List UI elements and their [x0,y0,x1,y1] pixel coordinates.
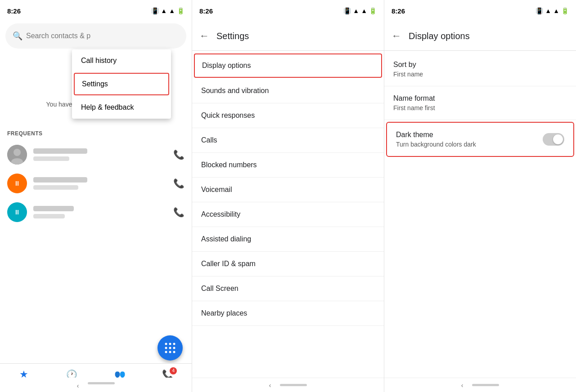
voicemail-badge: 4 [170,367,177,374]
contact-row-2[interactable]: II 📞 [0,169,192,198]
vibrate-icon: 📳 [151,7,159,14]
contact-name-blur-6 [33,214,65,218]
svg-point-3 [165,343,167,345]
gesture-bar-mid: ‹ [192,378,384,392]
status-icons-mid: 📳 ▲ ▲ 🔋 [343,7,377,14]
signal-icon-mid: ▲ [361,7,367,14]
right-panel: 8:26 📳 ▲ ▲ 🔋 ← Display options Sort by F… [384,0,576,392]
battery-icon-right: 🔋 [561,7,569,14]
dropdown-call-history[interactable]: Call history [72,49,171,72]
vibrate-icon-mid: 📳 [343,7,351,14]
time-left: 8:26 [7,7,21,15]
contact-name-blur-5 [33,206,74,211]
contact-name-blur-3 [33,177,87,183]
contact-row-3[interactable]: II 📞 [0,198,192,227]
signal-icon-right: ▲ [553,7,559,14]
back-arrow-mid[interactable]: ← [199,30,209,42]
wifi-icon: ▲ [161,7,167,14]
svg-point-5 [173,343,176,345]
dark-theme-text: Dark theme Turn background colors dark [396,131,543,148]
vibrate-icon-right: 📳 [536,7,543,14]
battery-icon: 🔋 [177,7,184,14]
dark-theme-option[interactable]: Dark theme Turn background colors dark [386,122,574,157]
sort-by-option[interactable]: Sort by First name [384,53,576,86]
contact-name-blur-1 [33,148,87,154]
status-icons-left: 📳 ▲ ▲ 🔋 [151,7,184,14]
settings-item-call-screen[interactable]: Call Screen [192,276,384,301]
home-gesture-right [472,384,499,386]
name-format-option[interactable]: Name format First name first [384,86,576,120]
gesture-bar-right: ‹ [384,378,576,392]
gesture-indicator-left: ‹ [0,379,192,392]
status-icons-right: 📳 ▲ ▲ 🔋 [536,7,569,14]
back-gesture-mid[interactable]: ‹ [269,382,271,389]
signal-icon: ▲ [169,7,175,14]
sort-by-label: Sort by [393,61,567,69]
contact-name-blur-2 [33,156,69,161]
settings-item-caller-id[interactable]: Caller ID & spam [192,252,384,276]
status-bar-right: 8:26 📳 ▲ ▲ 🔋 [384,0,576,22]
home-gesture-mid [280,384,307,386]
settings-item-accessibility[interactable]: Accessibility [192,202,384,227]
settings-item-voicemail[interactable]: Voicemail [192,178,384,202]
settings-item-assisted-dialing[interactable]: Assisted dialing [192,227,384,252]
search-bar[interactable]: 🔍 [5,23,186,49]
svg-point-8 [173,347,176,349]
settings-item-blocked-numbers[interactable]: Blocked numbers [192,153,384,178]
name-format-value: First name first [393,104,567,111]
dark-theme-label: Dark theme [396,131,543,139]
back-gesture-left[interactable]: ‹ [77,382,79,389]
settings-item-nearby-places[interactable]: Nearby places [192,301,384,326]
status-bar-mid: 8:26 📳 ▲ ▲ 🔋 [192,0,384,22]
time-right: 8:26 [392,7,405,15]
home-gesture-left [88,382,115,384]
phone-icon-3[interactable]: 📞 [173,207,184,218]
contact-row-1[interactable]: 📞 [0,140,192,169]
settings-top-bar: ← Settings [192,22,384,50]
settings-item-display-options[interactable]: Display options [194,53,382,78]
contact-info-3 [33,206,167,218]
dropdown-menu: Call history Settings Help & feedback [72,49,171,119]
settings-item-quick-responses[interactable]: Quick responses [192,103,384,128]
contact-info-2 [33,177,167,190]
contact-info-1 [33,148,167,161]
toggle-knob [553,134,563,144]
frequents-label: FREQUENTS [0,127,192,140]
back-gesture-right[interactable]: ‹ [461,382,464,389]
display-options-title: Display options [409,31,470,41]
svg-point-4 [169,343,171,345]
back-arrow-right[interactable]: ← [392,30,401,42]
fab-dialpad[interactable] [158,335,183,361]
sort-by-value: First name [393,71,567,78]
phone-icon-1[interactable]: 📞 [173,149,184,160]
contact-name-blur-4 [33,185,78,190]
settings-title: Settings [216,31,249,41]
search-icon: 🔍 [13,31,22,41]
svg-point-6 [165,347,167,349]
avatar-3: II [7,202,27,222]
dropdown-help[interactable]: Help & feedback [72,96,171,119]
svg-point-9 [165,351,167,353]
wifi-icon-right: ▲ [545,7,551,14]
dropdown-settings[interactable]: Settings [74,73,169,95]
svg-point-7 [169,347,171,349]
svg-point-11 [173,351,176,353]
status-bar-left: 8:26 📳 ▲ ▲ 🔋 [0,0,192,22]
time-mid: 8:26 [199,7,213,15]
phone-icon-2[interactable]: 📞 [173,178,184,189]
left-panel: 8:26 📳 ▲ ▲ 🔋 🔍 Call history Settings Hel… [0,0,192,392]
avatar-1 [7,145,27,165]
svg-point-1 [14,149,21,156]
settings-item-sounds[interactable]: Sounds and vibration [192,79,384,103]
svg-point-10 [169,351,171,353]
name-format-label: Name format [393,94,567,102]
avatar-2: II [7,174,27,193]
mid-panel: 8:26 📳 ▲ ▲ 🔋 ← Settings Display options … [192,0,384,392]
settings-list: Display options Sounds and vibration Qui… [192,53,384,378]
dark-theme-toggle[interactable] [543,133,564,146]
search-input[interactable] [26,32,179,40]
gesture-buttons-left: ‹ [77,382,115,389]
dark-theme-description: Turn background colors dark [396,141,543,148]
wifi-icon-mid: ▲ [353,7,359,14]
settings-item-calls[interactable]: Calls [192,128,384,153]
